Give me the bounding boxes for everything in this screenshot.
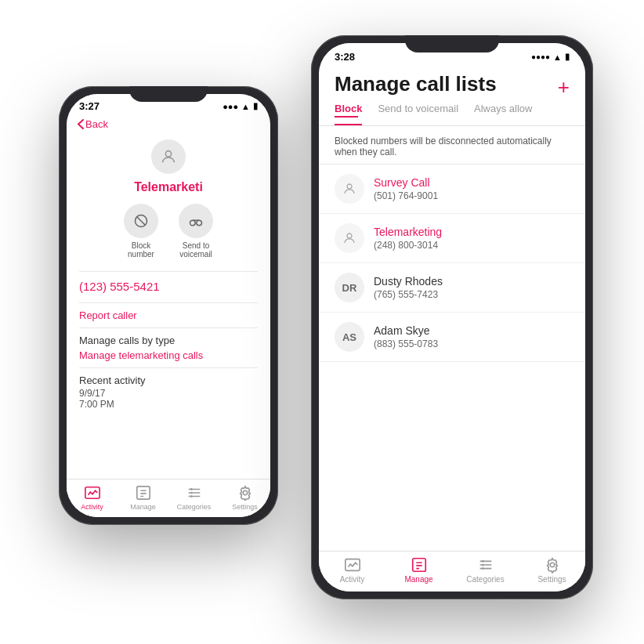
contact-name-adam: Adam Skye — [374, 324, 570, 337]
contact-phone-telemarketing: (248) 800-3014 — [374, 240, 570, 251]
contact-avatar-telemarketing — [335, 223, 364, 253]
recent-activity-title: Recent activity — [79, 374, 146, 386]
phone-1-content: Telemarketi Block number — [67, 133, 270, 479]
tab-block[interactable]: Block — [335, 103, 362, 125]
svg-line-2 — [136, 216, 146, 226]
phone-1-screen: 3:27 ●●● ▲ ▮ Back — [67, 94, 270, 517]
p2-tab-settings[interactable]: Settings — [519, 556, 585, 584]
recent-date: 9/9/17 — [79, 388, 105, 399]
tab-always-allow[interactable]: Always allow — [474, 103, 532, 125]
contact-phone-adam: (883) 555-0783 — [374, 338, 570, 349]
contact-info-telemarketing: Telemarketing (248) 800-3014 — [374, 226, 570, 251]
p2-activity-icon — [344, 556, 361, 573]
phone-2-tab-bar: Activity Manage — [319, 551, 585, 592]
tab-settings[interactable]: Settings — [219, 484, 270, 511]
contact-item-adam[interactable]: AS Adam Skye (883) 555-0783 — [319, 313, 585, 362]
svg-point-14 — [190, 488, 193, 490]
svg-rect-7 — [136, 487, 149, 499]
p2-tab-manage[interactable]: Manage — [385, 556, 452, 584]
p2-tab-activity-label: Activity — [340, 575, 365, 584]
contact-avatar-adam: AS — [335, 322, 364, 352]
contact-avatar-dusty: DR — [335, 273, 364, 302]
contact-name-telemarketing: Telemarketing — [374, 226, 570, 238]
block-number-btn[interactable]: Block number — [121, 204, 161, 259]
send-voicemail-label: Send to voicemail — [176, 241, 215, 259]
phone-2-notch — [405, 35, 499, 52]
svg-point-16 — [190, 495, 193, 497]
contact-avatar — [151, 139, 186, 174]
p2-tab-settings-label: Settings — [537, 575, 566, 584]
phone-2-filter-tabs: Block Send to voicemail Always allow — [319, 99, 585, 126]
phone-1: 3:27 ●●● ▲ ▮ Back — [59, 86, 278, 525]
manage-telemarketing-link[interactable]: Manage telemarketing calls — [79, 349, 203, 361]
contact-phone-survey: (501) 764-9001 — [374, 190, 570, 201]
settings-tab-icon — [237, 484, 254, 501]
wifi-icon: ▲ — [241, 102, 250, 111]
phone-2-header: Manage call lists + — [319, 66, 585, 99]
p2-manage-icon — [411, 556, 428, 573]
recent-time: 7:00 PM — [79, 399, 114, 410]
action-buttons: Block number Send to voicemail — [121, 204, 215, 259]
contact-item-survey-call[interactable]: Survey Call (501) 764-9001 — [319, 165, 585, 214]
phone-2-screen: 3:28 ●●●● ▲ ▮ Manage call lists + Block — [319, 43, 585, 592]
tab-manage[interactable]: Manage — [118, 484, 168, 511]
manage-tab-icon — [135, 484, 152, 501]
phone-1-time: 3:27 — [79, 100, 99, 112]
back-label: Back — [85, 118, 108, 130]
p2-categories-icon — [477, 556, 494, 573]
signal-icon: ●●● — [223, 102, 238, 111]
p2-tab-categories-label: Categories — [466, 575, 504, 584]
categories-tab-icon — [186, 484, 203, 501]
blocked-info-text: Blocked numbers will be disconnected aut… — [319, 126, 585, 165]
tab-activity[interactable]: Activity — [67, 484, 118, 511]
add-button[interactable]: + — [558, 75, 570, 99]
p2-settings-icon — [544, 556, 561, 573]
phone-1-tab-bar: Activity Manage — [67, 479, 270, 517]
tab-categories-label: Categories — [177, 503, 212, 511]
svg-point-30 — [481, 567, 483, 570]
svg-rect-21 — [412, 559, 425, 572]
svg-point-0 — [165, 151, 171, 157]
contact-list: Survey Call (501) 764-9001 Telemarketin — [319, 165, 585, 551]
block-number-label: Block number — [121, 241, 161, 259]
svg-point-28 — [481, 560, 483, 563]
contact-item-telemarketing[interactable]: Telemarketing (248) 800-3014 — [319, 214, 585, 263]
battery-icon: ▮ — [253, 101, 258, 111]
contact-info-survey: Survey Call (501) 764-9001 — [374, 176, 570, 201]
svg-point-19 — [347, 233, 352, 238]
contact-info-dusty: Dusty Rhodes (765) 555-7423 — [374, 275, 570, 300]
phone-2-time: 3:28 — [335, 51, 355, 63]
phone-number: (123) 555-5421 — [79, 280, 160, 293]
svg-point-4 — [197, 220, 202, 226]
svg-point-17 — [243, 490, 247, 494]
back-button[interactable]: Back — [78, 118, 259, 130]
svg-point-15 — [190, 492, 193, 494]
battery-icon: ▮ — [565, 52, 570, 62]
send-to-voicemail-btn[interactable]: Send to voicemail — [176, 204, 215, 259]
phone-2: 3:28 ●●●● ▲ ▮ Manage call lists + Block — [311, 35, 593, 599]
contact-name: Telemarketi — [134, 180, 203, 194]
wifi-icon: ▲ — [553, 52, 562, 62]
signal-dots-icon: ●●●● — [531, 52, 550, 61]
tab-manage-label: Manage — [130, 503, 156, 511]
page-title: Manage call lists — [335, 72, 497, 96]
contact-item-dusty[interactable]: DR Dusty Rhodes (765) 555-7423 — [319, 263, 585, 313]
svg-point-3 — [190, 220, 196, 226]
p2-tab-categories[interactable]: Categories — [452, 556, 519, 584]
scene: 3:27 ●●● ▲ ▮ Back — [0, 0, 644, 644]
manage-calls-title: Manage calls by type — [79, 335, 175, 346]
contact-name-dusty: Dusty Rhodes — [374, 275, 570, 288]
tab-send-to-voicemail[interactable]: Send to voicemail — [378, 103, 458, 125]
p2-tab-manage-label: Manage — [404, 575, 432, 584]
svg-point-29 — [481, 564, 483, 566]
p2-tab-activity[interactable]: Activity — [319, 556, 385, 584]
contact-avatar-survey — [335, 174, 364, 204]
svg-rect-6 — [85, 487, 99, 499]
activity-tab-icon — [84, 484, 101, 501]
phone-2-status-icons: ●●●● ▲ ▮ — [531, 52, 570, 62]
tab-settings-label: Settings — [232, 503, 258, 511]
svg-point-31 — [550, 563, 555, 567]
tab-categories[interactable]: Categories — [168, 484, 219, 511]
phone-1-notch — [129, 86, 208, 102]
report-caller-link[interactable]: Report caller — [79, 309, 137, 321]
